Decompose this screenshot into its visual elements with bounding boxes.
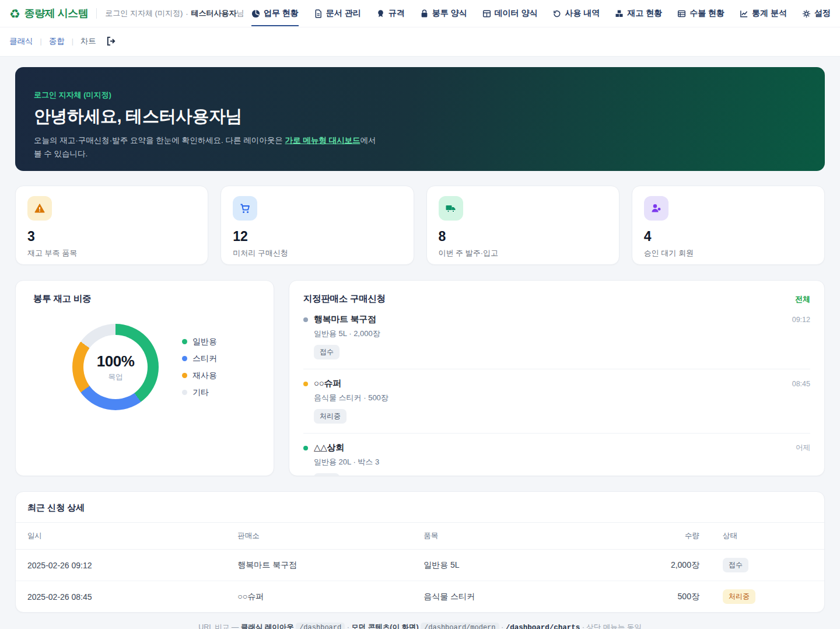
cell-datetime: 2025-02-26 09:12: [16, 550, 226, 581]
logout-icon[interactable]: [106, 36, 117, 47]
legend-item: 일반용: [182, 337, 217, 347]
cell-item: 음식물 스티커: [412, 581, 622, 613]
status-badge: 접수: [723, 558, 748, 572]
legend-dot: [182, 356, 187, 361]
envelope-stock-chart-card: 봉투 재고 비중 100% 목업 일반용 스티커 재사용 기타: [15, 280, 274, 476]
app-logo[interactable]: ♻ 종량제 시스템: [9, 6, 88, 20]
legend-item: 기타: [182, 387, 217, 398]
request-detail: 일반용 5L · 2,000장: [314, 329, 810, 339]
cell-store: ○○슈퍼: [226, 581, 412, 613]
legend-item: 스티커: [182, 354, 217, 364]
login-context: 로그인 지자체 (미지정) · 테스터사용자님: [105, 8, 244, 19]
status-badge: 접수: [314, 345, 340, 359]
nav-item-documents[interactable]: 문서 관리: [314, 1, 361, 26]
donut-chart: 100% 목업: [72, 324, 159, 410]
banner-eyebrow: 로그인 지자체 (미지정): [34, 90, 806, 100]
bag-icon: [420, 9, 429, 18]
nav-item-inventory[interactable]: 재고 현황: [615, 1, 662, 26]
cell-quantity: 2,000장: [622, 550, 710, 581]
app-title: 종량제 시스템: [24, 6, 89, 20]
status-badge: 처리중: [314, 409, 346, 424]
request-detail: 일반용 20L · 박스 3: [314, 457, 810, 467]
boxes-icon: [615, 9, 624, 18]
main-nav: 업무 현황 문서 관리 규격 봉투 양식 데이터 양식: [251, 1, 831, 26]
horizontal-dashboard-link[interactable]: 가로 메뉴형 대시보드: [285, 136, 360, 145]
request-list-item[interactable]: ○○슈퍼 08:45 음식물 스티커 · 500장 처리중: [303, 369, 810, 434]
nav-item-work-status[interactable]: 업무 현황: [251, 1, 299, 26]
nav-item-specs[interactable]: 규격: [376, 1, 405, 26]
stat-label: 승인 대기 회원: [644, 248, 813, 258]
request-time: 08:45: [792, 380, 810, 388]
table-header-row: 일시 판매소 품목 수량 상태: [16, 523, 824, 550]
stat-cards-row: 3 재고 부족 품목 12 미처리 구매신청 8 이번 주 발주·입고: [15, 186, 825, 265]
stat-label: 이번 주 발주·입고: [439, 248, 607, 258]
stat-card-pending-members: 4 승인 대기 회원: [632, 186, 825, 265]
store-name: 행복마트 북구점: [314, 314, 376, 325]
stat-value: 8: [439, 229, 607, 244]
recycle-icon: ♻: [9, 8, 20, 20]
context-separator: ·: [186, 9, 188, 18]
seal-icon: [376, 9, 385, 18]
banner-title: 안녕하세요, 테스터사용자님: [34, 105, 806, 128]
history-icon: [552, 9, 561, 18]
request-list-item[interactable]: △△상회 어제 일반용 20L · 박스 3 완료: [303, 434, 810, 476]
col-header-datetime: 일시: [16, 523, 226, 550]
status-dot: [303, 317, 308, 322]
footer-charts-url: /dashboard/charts: [506, 624, 580, 629]
warning-icon: [27, 196, 52, 221]
charts-row: 봉투 재고 비중 100% 목업 일반용 스티커 재사용 기타: [15, 280, 825, 476]
nav-item-data-forms[interactable]: 데이터 양식: [482, 1, 538, 26]
chart-legend: 일반용 스티커 재사용 기타: [182, 337, 217, 398]
layout-subnav: 클래식 | 종합 | 차트: [0, 27, 840, 57]
subnav-link-charts[interactable]: 차트: [80, 36, 96, 47]
status-dot: [303, 382, 308, 386]
header-divider: [96, 8, 97, 19]
truck-icon: [439, 196, 463, 221]
nav-item-settings[interactable]: 설정: [802, 1, 831, 26]
top-header: ♻ 종량제 시스템 로그인 지자체 (미지정) · 테스터사용자님 업무 현황 …: [0, 0, 840, 27]
nav-item-statistics[interactable]: 통계 분석: [740, 1, 787, 26]
chart-line-icon: [740, 9, 748, 18]
status-badge: 처리중: [723, 589, 755, 604]
subnav-link-classic[interactable]: 클래식: [9, 36, 33, 47]
table-title: 최근 신청 상세: [16, 492, 824, 523]
context-username: 테스터사용자: [191, 9, 237, 18]
stat-label: 재고 부족 품목: [27, 248, 196, 258]
footer-modern-label: 모던 콘텐츠(이 화면): [351, 623, 418, 629]
subnav-divider: |: [72, 37, 74, 46]
footer-modern-url: /dashboard/modern: [421, 623, 499, 629]
cell-datetime: 2025-02-26 08:45: [16, 581, 226, 613]
donut-center-sublabel: 목업: [108, 372, 123, 382]
cell-item: 일반용 5L: [412, 550, 622, 581]
stat-value: 3: [27, 229, 196, 244]
cell-store: 행복마트 북구점: [226, 550, 412, 581]
document-icon: [314, 9, 323, 18]
purchase-requests-card: 지정판매소 구매신청 전체 행복마트 북구점 09:12 일반용 5L · 2,…: [289, 280, 825, 476]
nav-item-usage-history[interactable]: 사용 내역: [552, 1, 600, 26]
request-list-item[interactable]: 행복마트 북구점 09:12 일반용 5L · 2,000장 접수: [303, 305, 810, 369]
request-time: 09:12: [792, 316, 810, 324]
store-name: △△상회: [314, 442, 344, 453]
status-dot: [303, 446, 308, 450]
subnav-divider: |: [40, 37, 42, 46]
list-table-icon: [677, 9, 686, 18]
user-check-icon: [644, 196, 668, 221]
legend-item: 재사용: [182, 371, 217, 381]
legend-dot: [182, 339, 187, 344]
recent-requests-table-card: 최근 신청 상세 일시 판매소 품목 수량 상태 2025-02-26 09:1…: [15, 491, 825, 613]
stat-value: 12: [233, 229, 401, 244]
view-all-link[interactable]: 전체: [795, 294, 810, 305]
requests-card-title: 지정판매소 구매신청: [303, 293, 386, 305]
url-comparison-footer: URL 비교 — 클래식 레이아웃 /dashboard · 모던 콘텐츠(이 …: [15, 613, 825, 629]
nav-item-transactions[interactable]: 수불 현황: [677, 1, 724, 26]
request-time: 어제: [796, 443, 810, 453]
subnav-link-combined[interactable]: 종합: [49, 36, 65, 47]
legend-dot: [182, 390, 187, 395]
col-header-status: 상태: [711, 523, 824, 550]
stat-value: 4: [644, 229, 813, 244]
donut-center: 100% 목업: [83, 335, 148, 399]
status-badge: 완료: [314, 473, 340, 476]
stat-card-pending-requests: 12 미처리 구매신청: [220, 186, 414, 265]
chart-title: 봉투 재고 비중: [33, 293, 256, 305]
nav-item-bag-forms[interactable]: 봉투 양식: [420, 1, 467, 26]
